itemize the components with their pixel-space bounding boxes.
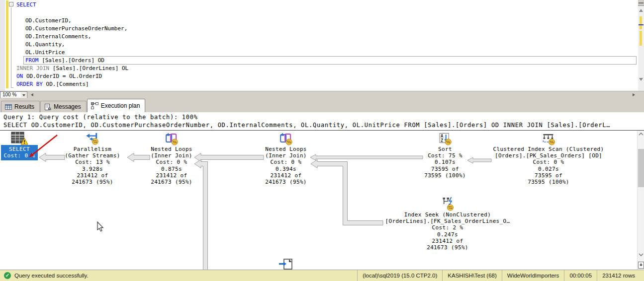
parallelism-icon — [85, 132, 100, 145]
chevron-down-icon[interactable] — [21, 92, 26, 97]
code-line: ORDER BY OD.[Comments] — [0, 80, 637, 88]
scroll-up-icon[interactable] — [639, 9, 643, 12]
plan-node-parallelism[interactable]: Parallelism (Gather Streams) Cost: 13 % … — [65, 132, 120, 185]
plan-node-sort[interactable]: A Z Sort Cost: 75 % 0.107s 73595 of 7359… — [424, 133, 466, 179]
code-line: OL.Quantity, — [0, 41, 637, 49]
tab-label: Results — [14, 103, 34, 110]
status-duration: 00:00:05 — [564, 270, 597, 281]
plan-node-index-seek[interactable]: Index Seek (NonClustered) [OrderLines].[… — [385, 197, 510, 251]
scroll-annotation-changes — [640, 31, 642, 46]
status-bar: ✓ Query executed successfully. (local)\s… — [0, 270, 644, 281]
plan-node-nested-loops-2[interactable]: Nested Loops (Inner Join) Cost: 0 % 0.39… — [265, 132, 307, 185]
status-user: KASHISH\Test (68) — [442, 270, 501, 281]
tab-label: Execution plan — [101, 102, 140, 109]
splitter-handle[interactable] — [638, 0, 644, 6]
code-line — [0, 9, 637, 17]
code-line: ON OD.OrderID = OL.OrderID — [0, 72, 637, 80]
clustered-index-scan-icon — [541, 132, 556, 145]
results-grid-icon — [5, 104, 12, 110]
tab-label: Messages — [54, 103, 81, 110]
results-tab-strip: Results Messages Execution plan — [0, 98, 644, 112]
code-line: OD.InternalComments, — [0, 33, 637, 41]
scroll-down-icon[interactable] — [639, 253, 644, 257]
zoom-level-value: 100 % — [2, 92, 16, 97]
svg-text:A: A — [441, 134, 443, 139]
nested-loops-icon — [164, 132, 179, 145]
query-cost-text: Query 1: Query cost (relative to the bat… — [0, 112, 644, 121]
scroll-up-icon[interactable] — [639, 132, 644, 136]
messages-icon — [44, 104, 51, 110]
code-line: OD.CustomerPurchaseOrderNumber, — [0, 25, 637, 33]
success-check-icon: ✓ — [4, 272, 11, 279]
plan-vertical-scrollbar[interactable]: + — [637, 131, 644, 270]
tab-results[interactable]: Results — [1, 101, 40, 112]
execution-plan-panel[interactable]: SELECT Cost: 0 % Parallelism (Gather Str… — [0, 131, 644, 270]
status-message: Query executed successfully. — [14, 273, 89, 279]
tab-execution-plan[interactable]: Execution plan — [87, 99, 146, 112]
editor-hscroll-row: 100 % — [0, 91, 644, 98]
scroll-annotation-changes — [640, 16, 642, 29]
plan-header: Query 1: Query cost (relative to the bat… — [0, 112, 644, 131]
hscroll-right-icon[interactable] — [633, 93, 635, 96]
scrollbar-thumb[interactable] — [638, 149, 644, 187]
select-node-label[interactable]: SELECT Cost: 0 % — [1, 145, 38, 160]
hscroll-left-icon[interactable] — [31, 93, 33, 96]
plan-node-clustered-index-scan[interactable]: Clustered Index Scan (Clustered) [Orders… — [493, 132, 604, 185]
status-row-count: 231412 rows — [597, 270, 640, 281]
plan-node-partial-bottom[interactable] — [279, 259, 294, 270]
plan-zoom-plus-button[interactable]: + — [638, 262, 644, 269]
scroll-down-icon[interactable] — [639, 78, 643, 81]
plan-node-select[interactable]: SELECT Cost: 0 % — [1, 132, 38, 147]
sql-editor[interactable]: - SELECT OD.CustomerID, OD.CustomerPurch… — [0, 0, 644, 91]
code-line: OL.UnitPrice — [0, 49, 637, 57]
tab-messages[interactable]: Messages — [40, 101, 87, 112]
compute-scalar-icon — [279, 259, 294, 270]
nested-loops-icon — [278, 132, 293, 145]
status-server: (local)\sql2019 (15.0 CTP2.0) — [357, 270, 442, 281]
code-line: SELECT — [0, 1, 637, 9]
code-line: INNER JOIN [Sales].[OrderLines] OL — [0, 65, 637, 72]
index-seek-icon — [441, 197, 455, 211]
execution-plan-icon — [91, 102, 98, 109]
code-line: OD.CustomerID, — [0, 17, 637, 25]
select-result-icon — [1, 132, 38, 145]
sort-icon: A Z — [438, 133, 452, 145]
query-statement-text: SELECT OD.CustomerID, OD.CustomerPurchas… — [0, 121, 644, 129]
mouse-cursor — [97, 222, 103, 231]
code-line: FROM [Sales].[Orders] OD — [0, 57, 637, 65]
editor-vertical-scrollbar[interactable] — [638, 0, 644, 91]
status-database: WideWorldImporters — [502, 270, 564, 281]
zoom-level-select[interactable]: 100 % — [0, 91, 27, 98]
plan-node-nested-loops-1[interactable]: Nested Loops (Inner Join) Cost: 0 % 0.87… — [151, 132, 192, 185]
scroll-annotation-caret — [639, 24, 644, 25]
ssms-window: - SELECT OD.CustomerID, OD.CustomerPurch… — [0, 0, 644, 281]
svg-text:Z: Z — [441, 139, 443, 143]
sql-code: SELECT OD.CustomerID, OD.CustomerPurchas… — [0, 1, 637, 88]
